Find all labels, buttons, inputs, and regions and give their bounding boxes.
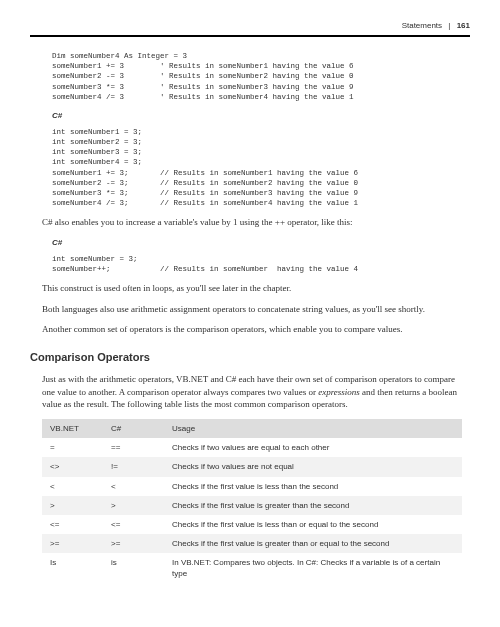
paragraph: C# also enables you to increase a variab… xyxy=(42,216,470,229)
table-row: Is is In VB.NET: Compares two objects. I… xyxy=(42,553,462,583)
table-header: C# xyxy=(103,419,164,438)
paragraph: Another common set of operators is the c… xyxy=(42,323,470,336)
table-row: >= >= Checks if the first value is great… xyxy=(42,534,462,553)
table-cell: Checks if the first value is less than o… xyxy=(164,515,462,534)
header-section: Statements xyxy=(402,21,442,30)
lang-label-cs: C# xyxy=(52,110,470,121)
table-cell: > xyxy=(42,496,103,515)
page-header: Statements | 161 xyxy=(30,20,470,37)
table-cell: <= xyxy=(42,515,103,534)
table-cell: <= xyxy=(103,515,164,534)
table-cell: Is xyxy=(42,553,103,583)
para-em: expressions xyxy=(318,387,360,397)
comparison-operators-table: VB.NET C# Usage = == Checks if two value… xyxy=(42,419,462,584)
table-cell: == xyxy=(103,438,164,457)
table-cell: > xyxy=(103,496,164,515)
table-cell: Checks if two values are not equal xyxy=(164,457,462,476)
table-row: < < Checks if the first value is less th… xyxy=(42,477,462,496)
header-divider: | xyxy=(448,21,450,30)
table-header: VB.NET xyxy=(42,419,103,438)
table-header-row: VB.NET C# Usage xyxy=(42,419,462,438)
table-cell: In VB.NET: Compares two objects. In C#: … xyxy=(164,553,462,583)
table-cell: Checks if the first value is greater tha… xyxy=(164,534,462,553)
page-number: 161 xyxy=(457,21,470,30)
table-cell: < xyxy=(42,477,103,496)
table-cell: Checks if two values are equal to each o… xyxy=(164,438,462,457)
lang-label-cs2: C# xyxy=(52,237,470,248)
paragraph: Both languages also use arithmetic assig… xyxy=(42,303,470,316)
table-cell: is xyxy=(103,553,164,583)
table-row: <= <= Checks if the first value is less … xyxy=(42,515,462,534)
table-cell: >= xyxy=(42,534,103,553)
paragraph: This construct is used often in loops, a… xyxy=(42,282,470,295)
table-header: Usage xyxy=(164,419,462,438)
table-cell: Checks if the first value is greater tha… xyxy=(164,496,462,515)
table-row: > > Checks if the first value is greater… xyxy=(42,496,462,515)
code-vb: Dim someNumber4 As Integer = 3 someNumbe… xyxy=(52,51,470,102)
table-cell: >= xyxy=(103,534,164,553)
table-cell: < xyxy=(103,477,164,496)
table-row: = == Checks if two values are equal to e… xyxy=(42,438,462,457)
paragraph: Just as with the arithmetic operators, V… xyxy=(42,373,470,411)
table-cell: Checks if the first value is less than t… xyxy=(164,477,462,496)
section-heading: Comparison Operators xyxy=(30,350,470,365)
code-cs2: int someNumber = 3; someNumber++; // Res… xyxy=(52,254,470,274)
table-cell: <> xyxy=(42,457,103,476)
code-cs: int someNumber1 = 3; int someNumber2 = 3… xyxy=(52,127,470,208)
table-cell: != xyxy=(103,457,164,476)
table-cell: = xyxy=(42,438,103,457)
table-row: <> != Checks if two values are not equal xyxy=(42,457,462,476)
